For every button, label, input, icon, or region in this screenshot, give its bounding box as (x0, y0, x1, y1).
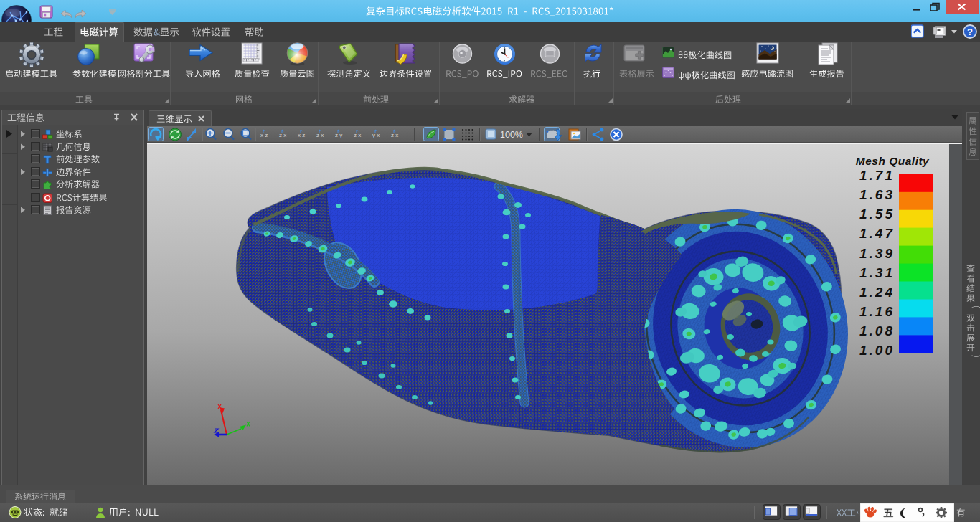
svg-text:1.08: 1.08 (859, 323, 895, 338)
svg-text:z x: z x (391, 132, 398, 138)
svg-text:z x: z x (279, 132, 286, 138)
svg-text:1.31: 1.31 (859, 265, 895, 280)
svg-text:1.63: 1.63 (859, 187, 895, 202)
svg-text:1.39: 1.39 (859, 246, 895, 261)
svg-text:z x: z x (316, 132, 324, 138)
svg-text:1.55: 1.55 (859, 207, 895, 222)
svg-text:z y: z y (335, 132, 342, 138)
svg-text:1.47: 1.47 (859, 226, 895, 241)
svg-text:1.71: 1.71 (859, 168, 895, 183)
svg-text:y x: y x (372, 132, 380, 138)
svg-text:1.16: 1.16 (859, 304, 895, 319)
svg-text:?: ? (967, 27, 973, 37)
svg-text:x z: x z (260, 132, 268, 138)
svg-text:1.00: 1.00 (859, 343, 895, 358)
svg-text:Mesh Quality: Mesh Quality (856, 155, 930, 167)
svg-text:1.24: 1.24 (859, 285, 895, 300)
svg-text:x z: x z (298, 132, 305, 138)
svg-text:100%: 100% (500, 130, 523, 140)
svg-text:z x: z x (354, 132, 361, 138)
